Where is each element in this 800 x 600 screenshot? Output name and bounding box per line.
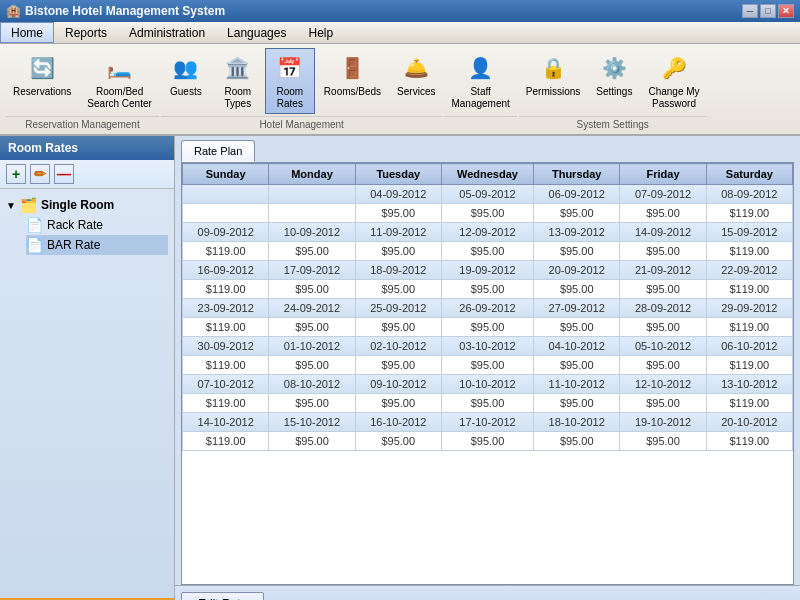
table-row: 16-09-201217-09-201218-09-201219-09-2012… bbox=[183, 261, 793, 280]
menu-reports[interactable]: Reports bbox=[54, 22, 118, 43]
room-search-icon: 🛏️ bbox=[104, 52, 136, 84]
col-wednesday: Wednesday bbox=[441, 164, 533, 185]
toolbar-permissions[interactable]: 🔒 Permissions bbox=[519, 48, 587, 114]
hotel-group-label: Hotel Management bbox=[161, 116, 443, 130]
edit-rate-button[interactable]: Edit Rate bbox=[181, 592, 264, 600]
guests-icon: 👥 bbox=[170, 52, 202, 84]
staff-group-label bbox=[444, 116, 516, 130]
rate-table-container: Sunday Monday Tuesday Wednesday Thursday… bbox=[181, 162, 794, 585]
reservation-group-label: Reservation Management bbox=[6, 116, 159, 130]
tree-rack-rate[interactable]: 📄 Rack Rate bbox=[26, 215, 168, 235]
minimize-button[interactable]: ─ bbox=[742, 4, 758, 18]
delete-rate-button[interactable]: — bbox=[54, 164, 74, 184]
table-row: $119.00$95.00$95.00$95.00$95.00$95.00$11… bbox=[183, 242, 793, 261]
col-sunday: Sunday bbox=[183, 164, 269, 185]
toolbar-group-reservation: 🔄 Reservations 🛏️ Room/BedSearch Center … bbox=[6, 48, 159, 130]
bar-rate-label: BAR Rate bbox=[47, 238, 100, 252]
edit-rate-tree-button[interactable]: ✏ bbox=[30, 164, 50, 184]
app-title: 🏨 Bistone Hotel Management System bbox=[6, 4, 225, 18]
menu-help[interactable]: Help bbox=[297, 22, 344, 43]
table-row: 30-09-201201-10-201202-10-201203-10-2012… bbox=[183, 337, 793, 356]
col-tuesday: Tuesday bbox=[355, 164, 441, 185]
table-row: 23-09-201224-09-201225-09-201226-09-2012… bbox=[183, 299, 793, 318]
rack-rate-label: Rack Rate bbox=[47, 218, 103, 232]
toolbar-room-search[interactable]: 🛏️ Room/BedSearch Center bbox=[80, 48, 158, 114]
toolbar-room-rates[interactable]: 📅 RoomRates bbox=[265, 48, 315, 114]
tree-root-label: Single Room bbox=[41, 198, 114, 212]
toolbar-change-password[interactable]: 🔑 Change MyPassword bbox=[641, 48, 706, 114]
menu-languages[interactable]: Languages bbox=[216, 22, 297, 43]
folder-icon: 🗂️ bbox=[20, 197, 37, 213]
sidebar-toolbar: + ✏ — bbox=[0, 160, 174, 189]
tab-bar: Rate Plan bbox=[175, 136, 800, 162]
toolbar-guests[interactable]: 👥 Guests bbox=[161, 48, 211, 114]
table-row: $119.00$95.00$95.00$95.00$95.00$95.00$11… bbox=[183, 318, 793, 337]
room-rates-icon: 📅 bbox=[274, 52, 306, 84]
add-rate-button[interactable]: + bbox=[6, 164, 26, 184]
toolbar-room-types[interactable]: 🏛️ RoomTypes bbox=[213, 48, 263, 114]
permissions-icon: 🔒 bbox=[537, 52, 569, 84]
services-icon: 🛎️ bbox=[400, 52, 432, 84]
table-row: 04-09-201205-09-201206-09-201207-09-2012… bbox=[183, 185, 793, 204]
toolbar-reservations[interactable]: 🔄 Reservations bbox=[6, 48, 78, 114]
tree-view: ▼ 🗂️ Single Room 📄 Rack Rate 📄 BAR Rate bbox=[0, 189, 174, 598]
toolbar-group-staff: 👤 StaffManagement bbox=[444, 48, 516, 130]
app-icon: 🏨 bbox=[6, 4, 21, 18]
bar-rate-icon: 📄 bbox=[26, 237, 43, 253]
change-password-icon: 🔑 bbox=[658, 52, 690, 84]
toolbar-group-hotel: 👥 Guests 🏛️ RoomTypes 📅 RoomRates 🚪 Room… bbox=[161, 48, 443, 130]
toolbar-staff[interactable]: 👤 StaffManagement bbox=[444, 48, 516, 114]
table-row: 07-10-201208-10-201209-10-201210-10-2012… bbox=[183, 375, 793, 394]
table-row: $119.00$95.00$95.00$95.00$95.00$95.00$11… bbox=[183, 356, 793, 375]
table-row: 14-10-201215-10-201216-10-201217-10-2012… bbox=[183, 413, 793, 432]
menu-bar: Home Reports Administration Languages He… bbox=[0, 22, 800, 44]
toolbar-services[interactable]: 🛎️ Services bbox=[390, 48, 442, 114]
rack-rate-icon: 📄 bbox=[26, 217, 43, 233]
maximize-button[interactable]: □ bbox=[760, 4, 776, 18]
tree-bar-rate[interactable]: 📄 BAR Rate bbox=[26, 235, 168, 255]
content-area: Rate Plan Sunday Monday Tuesday Wednesda… bbox=[175, 136, 800, 600]
tree-children: 📄 Rack Rate 📄 BAR Rate bbox=[26, 215, 168, 255]
room-types-icon: 🏛️ bbox=[222, 52, 254, 84]
title-bar: 🏨 Bistone Hotel Management System ─ □ ✕ bbox=[0, 0, 800, 22]
sidebar: Room Rates + ✏ — ▼ 🗂️ Single Room 📄 Rack… bbox=[0, 136, 175, 600]
window-controls: ─ □ ✕ bbox=[742, 4, 794, 18]
system-group-label: System Settings bbox=[519, 116, 707, 130]
tree-root-item[interactable]: ▼ 🗂️ Single Room bbox=[6, 195, 168, 215]
settings-icon: ⚙️ bbox=[598, 52, 630, 84]
table-row: $119.00$95.00$95.00$95.00$95.00$95.00$11… bbox=[183, 394, 793, 413]
toolbar: 🔄 Reservations 🛏️ Room/BedSearch Center … bbox=[0, 44, 800, 136]
col-friday: Friday bbox=[620, 164, 706, 185]
reservations-icon: 🔄 bbox=[26, 52, 58, 84]
bottom-bar: Edit Rate bbox=[175, 585, 800, 600]
col-monday: Monday bbox=[269, 164, 355, 185]
col-saturday: Saturday bbox=[706, 164, 792, 185]
sidebar-title: Room Rates bbox=[0, 136, 174, 160]
table-row: $119.00$95.00$95.00$95.00$95.00$95.00$11… bbox=[183, 280, 793, 299]
table-row: 09-09-201210-09-201211-09-201212-09-2012… bbox=[183, 223, 793, 242]
table-row: $119.00$95.00$95.00$95.00$95.00$95.00$11… bbox=[183, 432, 793, 451]
main-area: Room Rates + ✏ — ▼ 🗂️ Single Room 📄 Rack… bbox=[0, 136, 800, 600]
toolbar-rooms-beds[interactable]: 🚪 Rooms/Beds bbox=[317, 48, 388, 114]
col-thursday: Thursday bbox=[534, 164, 620, 185]
table-row: $95.00$95.00$95.00$95.00$119.00 bbox=[183, 204, 793, 223]
rooms-beds-icon: 🚪 bbox=[336, 52, 368, 84]
tab-rate-plan[interactable]: Rate Plan bbox=[181, 140, 255, 162]
rate-table-body: 04-09-201205-09-201206-09-201207-09-2012… bbox=[183, 185, 793, 451]
menu-home[interactable]: Home bbox=[0, 22, 54, 43]
toolbar-group-system: 🔒 Permissions ⚙️ Settings 🔑 Change MyPas… bbox=[519, 48, 707, 130]
staff-icon: 👤 bbox=[465, 52, 497, 84]
toolbar-settings[interactable]: ⚙️ Settings bbox=[589, 48, 639, 114]
tree-expand-icon[interactable]: ▼ bbox=[6, 200, 16, 211]
close-button[interactable]: ✕ bbox=[778, 4, 794, 18]
menu-administration[interactable]: Administration bbox=[118, 22, 216, 43]
rate-table-scroll[interactable]: Sunday Monday Tuesday Wednesday Thursday… bbox=[182, 163, 793, 584]
rate-table: Sunday Monday Tuesday Wednesday Thursday… bbox=[182, 163, 793, 451]
